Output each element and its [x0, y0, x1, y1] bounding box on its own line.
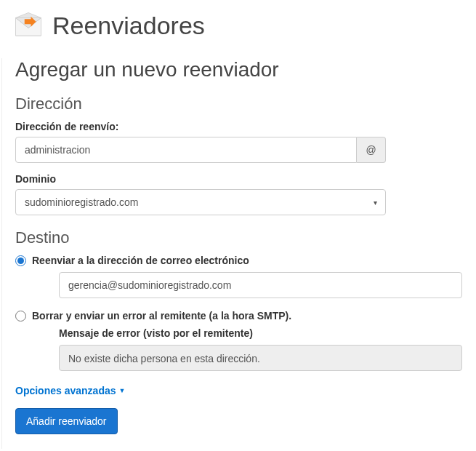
at-addon: @ — [357, 137, 386, 163]
content: Agregar un nuevo reenviador Dirección Di… — [1, 58, 476, 449]
option-forward-row: Reenviar a la dirección de correo electr… — [15, 255, 463, 266]
domain-select[interactable]: sudominioregistrado.com — [15, 189, 386, 215]
error-message-input[interactable]: No existe dicha persona en esta direcció… — [59, 345, 462, 371]
add-forwarder-button[interactable]: Añadir reenviador — [15, 408, 118, 434]
option-discard-label: Borrar y enviar un error al remitente (a… — [32, 310, 291, 322]
caret-down-icon: ▼ — [119, 387, 126, 394]
forward-email-wrap — [59, 272, 463, 298]
advanced-options-label: Opciones avanzadas — [15, 385, 116, 396]
option-forward-radio[interactable] — [15, 255, 26, 266]
page-header: Reenviadores — [0, 0, 476, 54]
section-title: Agregar un nuevo reenviador — [15, 58, 463, 81]
forward-address-input[interactable] — [15, 137, 357, 163]
forward-email-input[interactable] — [59, 272, 462, 298]
option-discard-row: Borrar y enviar un error al remitente (a… — [15, 310, 463, 322]
page-title: Reenviadores — [52, 12, 205, 40]
option-forward-label: Reenviar a la dirección de correo electr… — [32, 255, 249, 266]
error-message-label: Mensaje de error (visto por el remitente… — [59, 327, 463, 339]
domain-select-wrap: sudominioregistrado.com ▾ — [15, 189, 386, 215]
forward-address-label: Dirección de reenvío: — [15, 121, 463, 132]
forwarder-icon — [13, 10, 44, 41]
address-heading: Dirección — [15, 95, 463, 113]
domain-label: Dominio — [15, 173, 463, 185]
option-discard-radio[interactable] — [15, 311, 26, 322]
forward-address-group: @ — [15, 137, 386, 163]
destination-heading: Destino — [15, 228, 463, 247]
advanced-options-toggle[interactable]: Opciones avanzadas ▼ — [15, 385, 125, 396]
